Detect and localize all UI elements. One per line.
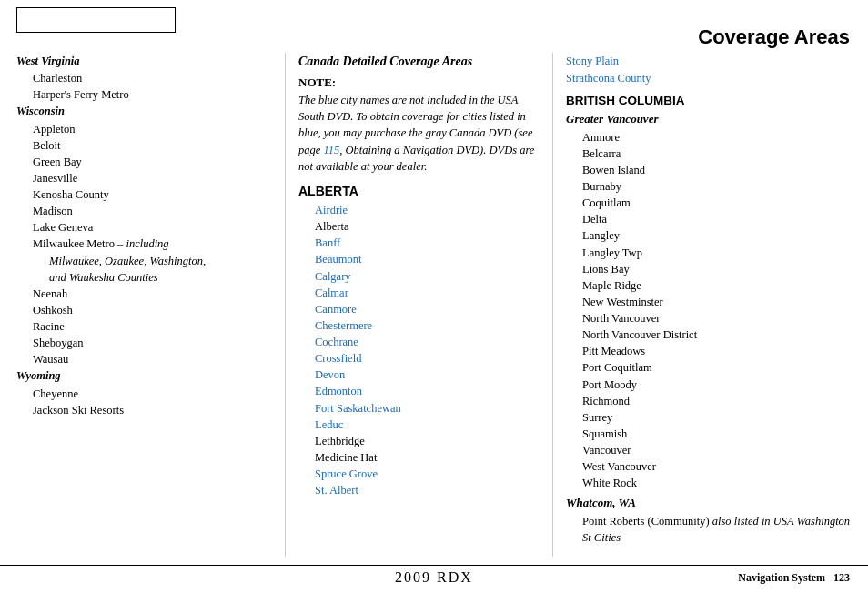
right-column: Stony Plain Strathcona County BRITISH CO… (553, 53, 852, 557)
list-item: Leduc (298, 417, 543, 433)
list-item: Milwaukee Metro – including (16, 236, 276, 252)
state-wyoming: Wyoming (16, 367, 276, 384)
list-item: Green Bay (16, 154, 276, 170)
list-item: Anmore (566, 129, 852, 146)
columns-layout: West Virginia Charleston Harper's Ferry … (16, 53, 852, 557)
list-item: Lethbridge (298, 433, 543, 449)
left-column: West Virginia Charleston Harper's Ferry … (16, 53, 285, 557)
wisconsin-section: Wisconsin Appleton Beloit Green Bay Jane… (16, 103, 276, 367)
state-west-virginia: West Virginia (16, 53, 276, 69)
list-item: Appleton (16, 121, 276, 137)
canada-coverage-heading: Canada Detailed Coverage Areas (298, 53, 543, 71)
list-item: Spruce Grove (298, 466, 543, 482)
whatcom-heading: Whatcom, WA (566, 495, 852, 512)
greater-vancouver-heading: Greater Vancouver (566, 111, 852, 128)
list-item: Calmar (298, 285, 543, 301)
list-item: North Vancouver (566, 310, 852, 327)
state-wisconsin: Wisconsin (16, 103, 276, 119)
list-item: Vancouver (566, 442, 852, 458)
footer-page-info: Navigation System 123 (738, 571, 850, 585)
list-item: Neenah (16, 286, 276, 302)
footer: 2009 RDX Navigation System 123 (0, 565, 868, 586)
list-item: Crossfield (298, 350, 543, 367)
list-item: Canmore (298, 301, 543, 317)
list-item: Richmond (566, 393, 852, 409)
list-item: Port Coquitlam (566, 359, 852, 376)
list-item: Beaumont (298, 251, 543, 267)
list-item: Belcarra (566, 146, 852, 162)
list-item: Banff (298, 235, 543, 251)
list-item: and Waukesha Counties (16, 269, 276, 286)
whatcom-section: Whatcom, WA Point Roberts (Community) al… (566, 495, 852, 546)
strathcona-county: Strathcona County (566, 70, 852, 86)
list-item: Lions Bay (566, 261, 852, 277)
stony-plain: Stony Plain (566, 53, 852, 69)
middle-column: Canada Detailed Coverage Areas NOTE: The… (285, 53, 553, 557)
list-item: Maple Ridge (566, 277, 852, 294)
list-item: Oshkosh (16, 302, 276, 318)
footer-nav-label: Navigation System (738, 571, 825, 584)
note-block: NOTE: The blue city names are not includ… (298, 75, 543, 174)
list-item: Lake Geneva (16, 219, 276, 236)
british-columbia-heading: BRITISH COLUMBIA (566, 92, 852, 110)
list-item: Burnaby (566, 178, 852, 195)
page-link[interactable]: 115 (323, 144, 339, 156)
whatcom-city: Point Roberts (Community) (582, 515, 710, 528)
footer-model: 2009 RDX (395, 569, 473, 586)
page-container: Coverage Areas West Virginia Charleston … (0, 0, 868, 593)
list-item: Cheyenne (16, 386, 276, 402)
alberta-section: ALBERTA Airdrie Alberta Banff Beaumont C… (298, 182, 543, 499)
list-item: Wausau (16, 351, 276, 367)
list-item: Harper's Ferry Metro (16, 86, 276, 103)
list-item: Charleston (16, 70, 276, 86)
list-item: White Rock (566, 475, 852, 491)
alberta-heading: ALBERTA (298, 182, 543, 200)
list-item: New Westminster (566, 294, 852, 310)
list-item: Devon (298, 367, 543, 383)
list-item: Langley Twp (566, 245, 852, 261)
list-item: Delta (566, 211, 852, 227)
list-item: Pitt Meadows (566, 343, 852, 359)
list-item: Racine (16, 318, 276, 335)
list-item: Chestermere (298, 317, 543, 334)
list-item: Milwaukee, Ozaukee, Washington, (16, 253, 276, 269)
footer-page-number: 123 (833, 571, 850, 584)
top-rectangle (16, 7, 176, 33)
list-item: Medicine Hat (298, 449, 543, 466)
list-item: Kenosha County (16, 186, 276, 203)
list-item: Edmonton (298, 383, 543, 399)
list-item: Bowen Island (566, 162, 852, 178)
list-item: Alberta (298, 218, 543, 235)
list-item: St. Albert (298, 482, 543, 498)
west-virginia-section: West Virginia Charleston Harper's Ferry … (16, 53, 276, 103)
wyoming-section: Wyoming Cheyenne Jackson Ski Resorts (16, 367, 276, 417)
list-item: Point Roberts (Community) also listed in… (566, 513, 852, 546)
list-item: Airdrie (298, 202, 543, 218)
list-item: Sheboygan (16, 335, 276, 351)
list-item: Langley (566, 227, 852, 244)
list-item: Calgary (298, 268, 543, 285)
list-item: Squamish (566, 426, 852, 442)
list-item: Fort Saskatchewan (298, 400, 543, 417)
list-item: Janesville (16, 170, 276, 186)
list-item: West Vancouver (566, 458, 852, 475)
note-label: NOTE: (298, 75, 336, 89)
list-item: Surrey (566, 409, 852, 426)
list-item: Jackson Ski Resorts (16, 402, 276, 418)
note-text: The blue city names are not included in … (298, 94, 534, 173)
list-item: Beloit (16, 137, 276, 154)
list-item: North Vancouver District (566, 327, 852, 343)
list-item: Coquitlam (566, 195, 852, 211)
page-title: Coverage Areas (698, 25, 850, 49)
list-item: Port Moody (566, 377, 852, 393)
list-item: Cochrane (298, 334, 543, 350)
greater-vancouver-section: Greater Vancouver Anmore Belcarra Bowen … (566, 111, 852, 492)
list-item: Madison (16, 203, 276, 219)
